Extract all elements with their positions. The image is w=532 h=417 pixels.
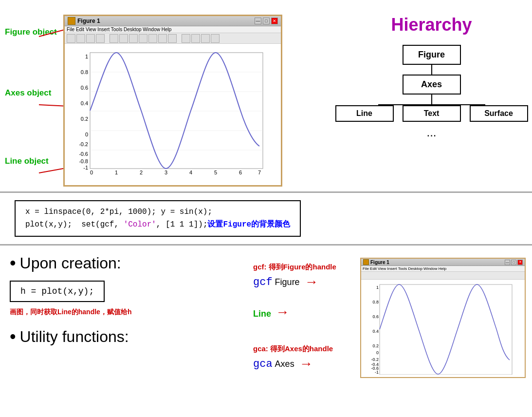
toolbar-btn-15[interactable] bbox=[211, 34, 220, 43]
figure-window: Figure 1 — □ ✕ File Edit View Insert Too… bbox=[63, 15, 282, 187]
gcf-word: gcf bbox=[253, 276, 273, 288]
line-row: Line → bbox=[253, 304, 350, 320]
code-line2-prefix: plot(x,y); set(gcf, bbox=[25, 220, 124, 229]
hier-v-line-2 bbox=[431, 95, 432, 104]
line-arrow: → bbox=[275, 304, 289, 320]
figure-icon bbox=[68, 17, 75, 25]
toolbar-btn-9[interactable] bbox=[148, 34, 157, 43]
sf-title-text: Figure 1 bbox=[370, 260, 389, 265]
small-figure-window: Figure 1 — □ ✕ File Edit View Insert Too… bbox=[360, 258, 526, 378]
figure-win-buttons: — □ ✕ bbox=[255, 18, 278, 24]
toolbar-btn-1[interactable] bbox=[67, 34, 75, 43]
svg-rect-46 bbox=[380, 284, 512, 375]
gca-word: gca bbox=[253, 358, 273, 370]
gcf-label: gcf: 得到Figure的handle bbox=[253, 263, 350, 272]
svg-text:0.8: 0.8 bbox=[372, 300, 379, 304]
sf-toolbar bbox=[361, 272, 525, 280]
toolbar-btn-10[interactable] bbox=[158, 34, 167, 43]
svg-text:0.4: 0.4 bbox=[81, 100, 88, 106]
figure-menubar: File Edit View Insert Tools Desktop Wind… bbox=[65, 26, 281, 33]
restore-btn[interactable]: □ bbox=[263, 18, 270, 24]
toolbar-btn-13[interactable] bbox=[191, 34, 200, 43]
svg-text:6: 6 bbox=[239, 170, 242, 175]
code-line2-string: 'Color' bbox=[124, 220, 156, 229]
hier-branch: Line Text Surface ... bbox=[373, 95, 490, 139]
svg-text:7: 7 bbox=[258, 170, 261, 175]
right-area: Hierarchy Figure Axes bbox=[331, 10, 532, 187]
minimize-btn[interactable]: — bbox=[255, 18, 261, 24]
gcf-arrow: → bbox=[305, 274, 318, 290]
figure-word: Figure bbox=[275, 277, 300, 287]
gca-label: gca: 得到Axes的handle bbox=[253, 344, 350, 354]
figure-titlebar: Figure 1 — □ ✕ bbox=[65, 16, 281, 26]
svg-text:0: 0 bbox=[90, 170, 93, 175]
sf-win-buttons: — □ ✕ bbox=[505, 260, 523, 265]
gca-row: gca Axes → bbox=[253, 356, 350, 372]
top-section: Figure object Axes object Line object bbox=[0, 0, 532, 193]
left-area: Figure object Axes object Line object bbox=[0, 10, 331, 187]
toolbar-btn-6[interactable] bbox=[119, 34, 128, 43]
code-box2: h = plot(x,y); bbox=[10, 281, 105, 302]
bullet2-section: • Utility functions: bbox=[10, 326, 243, 347]
svg-text:-0.2: -0.2 bbox=[371, 357, 379, 362]
bullet-dot-2: • bbox=[10, 326, 16, 347]
toolbar-btn-5[interactable] bbox=[110, 34, 118, 43]
code-line-1: x = linspace(0, 2*pi, 1000); y = sin(x); bbox=[25, 206, 290, 219]
toolbar-btn-14[interactable] bbox=[201, 34, 210, 43]
figure-title: Figure 1 bbox=[77, 18, 100, 24]
hier-text-node: Text bbox=[403, 105, 461, 122]
note-red: 画图，同时获取Line的handle，赋值给h bbox=[10, 308, 243, 317]
svg-text:1: 1 bbox=[376, 285, 379, 290]
hier-dots: ... bbox=[426, 126, 436, 139]
svg-text:0.6: 0.6 bbox=[372, 314, 379, 319]
code-box2-text: h = plot(x,y); bbox=[20, 286, 94, 296]
bullet1-title: • Upon creation: bbox=[10, 253, 243, 273]
bullet-dot-1: • bbox=[10, 253, 16, 273]
bottom-section: • Upon creation: h = plot(x,y); 画图，同时获取L… bbox=[0, 246, 532, 385]
axes-word: Axes bbox=[275, 359, 294, 369]
svg-text:1: 1 bbox=[85, 54, 88, 59]
line-word: Line bbox=[253, 309, 271, 319]
svg-text:0.4: 0.4 bbox=[372, 329, 379, 334]
toolbar-btn-4[interactable] bbox=[96, 34, 105, 43]
svg-text:2: 2 bbox=[140, 170, 143, 175]
hier-figure-node: Figure bbox=[403, 45, 461, 65]
axes-object-label: Axes object bbox=[5, 88, 51, 98]
svg-text:-0.8: -0.8 bbox=[79, 158, 88, 164]
figure-plot-area: 1 0.8 0.6 0.4 0.2 0 -0.2 -0.6 -0.8 -1 0 … bbox=[65, 44, 281, 185]
svg-text:4: 4 bbox=[189, 170, 192, 175]
sine-wave-plot: 1 0.8 0.6 0.4 0.2 0 -0.2 -0.6 -0.8 -1 0 … bbox=[79, 49, 269, 175]
toolbar-btn-11[interactable] bbox=[168, 34, 177, 43]
line-object-label: Line object bbox=[5, 156, 49, 167]
code-line-2: plot(x,y); set(gcf, 'Color', [1 1 1]);设置… bbox=[25, 219, 290, 231]
bottom-right: Figure 1 — □ ✕ File Edit View Insert Too… bbox=[360, 253, 526, 378]
bottom-middle: gcf: 得到Figure的handle gcf Figure → Line →… bbox=[253, 253, 350, 378]
code-line2-comment: 设置Figure的背景颜色 bbox=[207, 220, 290, 229]
sf-sine-plot: 1 0.8 0.6 0.4 0.2 0 -0.2 -0.4 -0.6 -1 0 … bbox=[371, 282, 517, 375]
close-btn[interactable]: ✕ bbox=[271, 18, 278, 24]
code-section: x = linspace(0, 2*pi, 1000); y = sin(x);… bbox=[0, 193, 532, 246]
hier-children: Line Text Surface bbox=[335, 105, 528, 122]
toolbar-btn-12[interactable] bbox=[182, 34, 190, 43]
hier-surface-node: Surface bbox=[470, 105, 528, 122]
code-line2-suffix: , [1 1 1]); bbox=[156, 220, 208, 229]
figure-toolbar bbox=[65, 33, 281, 44]
svg-text:0.8: 0.8 bbox=[81, 69, 88, 75]
toolbar-btn-7[interactable] bbox=[129, 34, 138, 43]
svg-text:-1: -1 bbox=[83, 165, 88, 171]
svg-text:0.2: 0.2 bbox=[372, 343, 379, 348]
gca-section: gca: 得到Axes的handle gca Axes → bbox=[253, 344, 350, 372]
sf-title-icon bbox=[363, 259, 369, 265]
svg-rect-22 bbox=[90, 53, 263, 169]
sf-titlebar: Figure 1 — □ ✕ bbox=[361, 259, 525, 266]
toolbar-btn-2[interactable] bbox=[76, 34, 85, 43]
sf-close[interactable]: ✕ bbox=[517, 260, 523, 265]
sf-restore[interactable]: □ bbox=[511, 260, 516, 265]
hier-axes-node: Axes bbox=[403, 75, 461, 95]
svg-text:-0.6: -0.6 bbox=[79, 151, 88, 157]
sf-minimize[interactable]: — bbox=[505, 260, 510, 265]
svg-text:0: 0 bbox=[85, 132, 88, 137]
toolbar-btn-3[interactable] bbox=[86, 34, 95, 43]
toolbar-btn-8[interactable] bbox=[139, 34, 147, 43]
sf-plot-area: 1 0.8 0.6 0.4 0.2 0 -0.2 -0.4 -0.6 -1 0 … bbox=[361, 280, 525, 377]
